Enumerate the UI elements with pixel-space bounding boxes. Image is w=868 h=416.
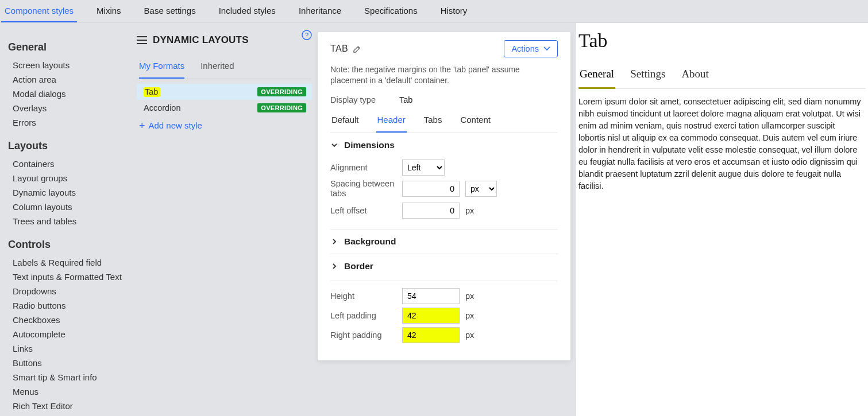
nav-item-screen-layouts[interactable]: Screen layouts — [8, 58, 132, 72]
actions-button[interactable]: Actions — [504, 40, 558, 57]
right-padding-label: Right padding — [330, 331, 402, 340]
spacing-unit-select[interactable]: px — [465, 181, 497, 197]
preview-title: Tab — [578, 28, 866, 65]
alignment-label: Alignment — [330, 163, 402, 172]
nav-item-containers[interactable]: Containers — [8, 157, 132, 171]
nav-item-buttons[interactable]: Buttons — [8, 356, 132, 370]
format-list-panel: DYNAMIC LAYOUTS ? My FormatsInherited Ta… — [137, 23, 318, 416]
nav-item-trees-and-tables[interactable]: Trees and tables — [8, 214, 132, 228]
overriding-badge: OVERRIDING — [257, 87, 306, 96]
nav-item-radio-buttons[interactable]: Radio buttons — [8, 298, 132, 313]
nav-item-dropdowns[interactable]: Dropdowns — [8, 284, 132, 298]
nav-item-action-area[interactable]: Action area — [8, 72, 132, 87]
panel-title: TAB — [330, 44, 361, 54]
top-tabs: Component stylesMixinsBase settingsInclu… — [0, 0, 868, 23]
chevron-right-icon — [330, 238, 338, 246]
nav-item-labels-required-field[interactable]: Labels & Required field — [8, 255, 132, 270]
nav-item-autocomplete[interactable]: Autocomplete — [8, 327, 132, 341]
preview-tab-settings[interactable]: Settings — [629, 65, 666, 88]
section-background-title: Background — [344, 236, 396, 247]
nav-item-links[interactable]: Links — [8, 341, 132, 356]
nav-item-rich-text-editor[interactable]: Rich Text Editor — [8, 399, 132, 413]
format-item-accordion[interactable]: AccordionOVERRIDING — [137, 100, 312, 116]
left-padding-input[interactable] — [402, 308, 460, 324]
display-type-label: Display type — [330, 95, 399, 104]
preview-body: Lorem ipsum dolor sit amet, consectetuer… — [578, 89, 866, 192]
left-offset-unit: px — [465, 206, 474, 215]
top-tab-included-styles[interactable]: Included styles — [215, 3, 279, 22]
edit-icon[interactable] — [353, 45, 361, 53]
section-border-title: Border — [344, 261, 373, 271]
section-background: Background — [330, 230, 558, 254]
top-tab-inheritance[interactable]: Inheritance — [295, 3, 345, 22]
section-dimensions-toggle[interactable]: Dimensions — [330, 140, 558, 150]
panel-tab-default[interactable]: Default — [330, 110, 360, 133]
section-dimensions-title: Dimensions — [344, 140, 395, 150]
section-dimensions: Dimensions Alignment Left Spacing betwee… — [330, 133, 558, 230]
svg-text:?: ? — [305, 32, 308, 38]
preview-tabs: GeneralSettingsAbout — [578, 65, 866, 89]
left-padding-unit: px — [465, 311, 474, 320]
left-offset-label: Left offset — [330, 206, 402, 215]
plus-icon: + — [139, 122, 145, 130]
left-padding-label: Left padding — [330, 311, 402, 320]
panel-note: Note: the negative margins on the 'tab p… — [330, 64, 558, 86]
style-editor-panel: TAB Actions Note: the negative margins o… — [318, 32, 570, 360]
panel-tab-tabs[interactable]: Tabs — [423, 110, 443, 133]
nav-item-column-layouts[interactable]: Column layouts — [8, 200, 132, 214]
spacing-label: Spacing between tabs — [330, 179, 402, 199]
height-label: Height — [330, 291, 402, 301]
top-tab-base-settings[interactable]: Base settings — [141, 3, 199, 22]
section-border: Border — [330, 254, 558, 278]
format-list-title: DYNAMIC LAYOUTS — [153, 34, 249, 46]
add-new-style-label: Add new style — [149, 120, 202, 130]
top-tab-component-styles[interactable]: Component styles — [1, 3, 77, 22]
preview-tab-about[interactable]: About — [680, 65, 710, 88]
nav-group-general: General — [8, 41, 132, 53]
display-type-value: Tab — [399, 95, 412, 104]
nav-item-errors[interactable]: Errors — [8, 115, 132, 130]
left-offset-input[interactable] — [402, 203, 460, 219]
nav-item-menus[interactable]: Menus — [8, 384, 132, 399]
nav-item-dynamic-layouts[interactable]: Dynamic layouts — [8, 185, 132, 200]
nav-item-modal-dialogs[interactable]: Modal dialogs — [8, 87, 132, 101]
alignment-select[interactable]: Left — [402, 160, 445, 176]
right-padding-input[interactable] — [402, 327, 460, 343]
format-list: TabOVERRIDINGAccordionOVERRIDING — [137, 84, 312, 116]
add-new-style-button[interactable]: + Add new style — [137, 116, 312, 130]
format-item-label: Accordion — [144, 103, 180, 112]
spacing-input[interactable] — [402, 181, 460, 197]
top-tab-specifications[interactable]: Specifications — [361, 3, 421, 22]
top-tab-history[interactable]: History — [437, 3, 471, 22]
nav-item-layout-groups[interactable]: Layout groups — [8, 171, 132, 185]
format-item-tab[interactable]: TabOVERRIDING — [137, 84, 312, 100]
help-icon[interactable]: ? — [302, 30, 312, 40]
chevron-down-icon — [543, 46, 550, 51]
panel-tab-header[interactable]: Header — [376, 110, 407, 133]
nav-item-text-inputs-formatted-text[interactable]: Text inputs & Formatted Text — [8, 270, 132, 284]
right-padding-unit: px — [465, 331, 474, 340]
height-input[interactable] — [402, 288, 460, 304]
panel-title-text: TAB — [330, 44, 348, 54]
nav-item-smart-tip-smart-info[interactable]: Smart tip & Smart info — [8, 370, 132, 384]
actions-label: Actions — [511, 44, 539, 53]
panel-tabs: DefaultHeaderTabsContent — [330, 110, 558, 133]
chevron-down-icon — [330, 141, 338, 149]
overriding-badge: OVERRIDING — [257, 103, 306, 112]
nav-item-multi-select[interactable]: Multi Select — [8, 413, 132, 416]
top-tab-mixins[interactable]: Mixins — [93, 3, 125, 22]
section-background-toggle[interactable]: Background — [330, 236, 558, 247]
nav-item-overlays[interactable]: Overlays — [8, 101, 132, 115]
hamburger-icon[interactable] — [137, 36, 147, 44]
height-unit: px — [465, 291, 474, 301]
nav-item-checkboxes[interactable]: Checkboxes — [8, 313, 132, 327]
panel-tab-content[interactable]: Content — [459, 110, 492, 133]
left-nav: GeneralScreen layoutsAction areaModal di… — [0, 23, 137, 416]
sub-tab-my-formats[interactable]: My Formats — [139, 56, 184, 79]
section-border-toggle[interactable]: Border — [330, 261, 558, 271]
sub-tab-inherited[interactable]: Inherited — [200, 56, 234, 79]
preview-tab-general[interactable]: General — [578, 65, 615, 89]
nav-group-controls: Controls — [8, 239, 132, 251]
nav-group-layouts: Layouts — [8, 140, 132, 152]
format-item-label: Tab — [144, 87, 160, 96]
